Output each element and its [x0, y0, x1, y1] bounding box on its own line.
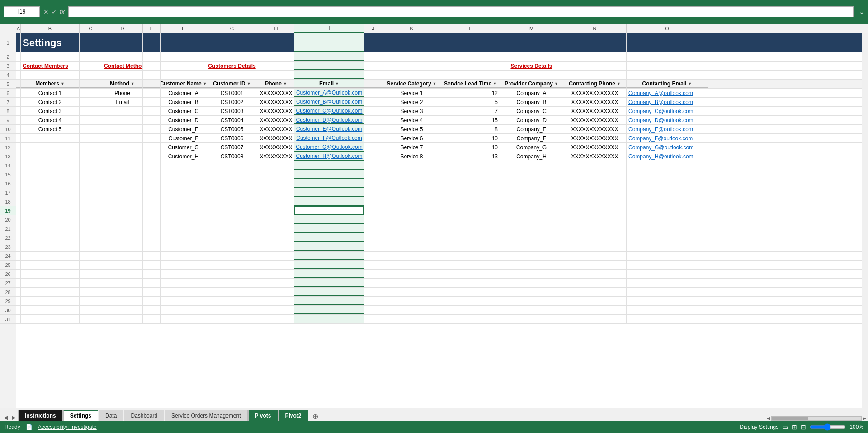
cell-g7-custid[interactable]: CST0002	[206, 98, 258, 106]
cell-b5-members-header[interactable]: Members ▼	[21, 80, 80, 88]
cell-j25[interactable]	[364, 261, 382, 269]
cell-c9[interactable]	[80, 116, 102, 124]
cell-j12[interactable]	[364, 143, 382, 152]
cell-d19[interactable]	[102, 206, 143, 215]
cell-f30[interactable]	[161, 306, 206, 314]
cell-a10[interactable]	[16, 125, 21, 133]
cell-c14[interactable]	[80, 161, 102, 170]
cell-k23[interactable]	[382, 242, 441, 251]
cell-h16[interactable]	[258, 179, 294, 188]
cell-i3[interactable]	[294, 62, 364, 70]
cell-m17[interactable]	[500, 188, 563, 197]
svc-email-link-9[interactable]: Company_D@outlook.com	[628, 117, 693, 124]
cell-o25[interactable]	[627, 261, 708, 269]
cell-n22[interactable]	[563, 233, 627, 242]
cell-k16[interactable]	[382, 179, 441, 188]
cell-g10-custid[interactable]: CST0005	[206, 125, 258, 133]
cell-j28[interactable]	[364, 288, 382, 296]
cell-m27[interactable]	[500, 279, 563, 287]
cell-d29[interactable]	[102, 297, 143, 305]
cell-j26[interactable]	[364, 270, 382, 278]
cell-k7-svccat[interactable]: Service 2	[382, 98, 441, 106]
row-num-20[interactable]: 20	[0, 215, 16, 224]
cell-o16[interactable]	[627, 179, 708, 188]
email-link-10[interactable]: Customer_E@Outlook.com	[296, 126, 362, 132]
row-num-26[interactable]: 26	[0, 270, 16, 279]
cell-i29[interactable]	[294, 297, 364, 305]
cell-f28[interactable]	[161, 288, 206, 296]
row-num-1[interactable]: 1	[0, 33, 16, 52]
cell-e1[interactable]	[143, 33, 161, 52]
cell-a3[interactable]	[16, 62, 21, 70]
col-header-g[interactable]: G	[206, 24, 258, 33]
cell-c18[interactable]	[80, 197, 102, 206]
cell-j18[interactable]	[364, 197, 382, 206]
cell-d12-method[interactable]	[102, 143, 143, 152]
cell-h10-phone[interactable]: XXXXXXXXX	[258, 125, 294, 133]
cell-f5-custname-header[interactable]: Customer Name ▼	[161, 80, 206, 88]
cell-e8[interactable]	[143, 107, 161, 115]
cell-h28[interactable]	[258, 288, 294, 296]
email-link-6[interactable]: Customer_A@Outlook.com	[296, 90, 362, 96]
cell-b23[interactable]	[21, 242, 80, 251]
cell-d27[interactable]	[102, 279, 143, 287]
cell-g1[interactable]	[206, 33, 258, 52]
svc-email-link-10[interactable]: Company_E@outlook.com	[628, 126, 693, 133]
cell-k4[interactable]	[382, 71, 441, 79]
cell-n16[interactable]	[563, 179, 627, 188]
cell-l27[interactable]	[441, 279, 500, 287]
cell-c4[interactable]	[80, 71, 102, 79]
cell-j21[interactable]	[364, 224, 382, 233]
cell-h31[interactable]	[258, 315, 294, 323]
row-num-4[interactable]: 4	[0, 71, 16, 80]
cell-o17[interactable]	[627, 188, 708, 197]
cell-c21[interactable]	[80, 224, 102, 233]
cell-l17[interactable]	[441, 188, 500, 197]
cell-b6-member[interactable]: Contact 1	[21, 89, 80, 97]
cell-d4[interactable]	[102, 71, 143, 79]
cell-l31[interactable]	[441, 315, 500, 323]
hscroll-right-icon[interactable]: ▶	[863, 416, 866, 421]
cell-k11-svccat[interactable]: Service 6	[382, 134, 441, 142]
cell-l22[interactable]	[441, 233, 500, 242]
formula-input[interactable]	[68, 6, 854, 17]
cell-m13-company[interactable]: Company_H	[500, 152, 563, 161]
cell-e11[interactable]	[143, 134, 161, 142]
cell-f22[interactable]	[161, 233, 206, 242]
cell-b13-member[interactable]	[21, 152, 80, 161]
cell-a6[interactable]	[16, 89, 21, 97]
svc-email-link-13[interactable]: Company_H@outlook.com	[628, 153, 693, 160]
cell-k31[interactable]	[382, 315, 441, 323]
cell-k9-svccat[interactable]: Service 4	[382, 116, 441, 124]
cell-m6-company[interactable]: Company_A	[500, 89, 563, 97]
confirm-icon[interactable]: ✓	[52, 8, 57, 15]
cell-n7-cphone[interactable]: XXXXXXXXXXXXX	[563, 98, 627, 106]
cell-b4[interactable]	[21, 71, 80, 79]
cell-a27[interactable]	[16, 279, 21, 287]
cell-g21[interactable]	[206, 224, 258, 233]
cell-b18[interactable]	[21, 197, 80, 206]
cell-i8-email[interactable]: Customer_C@Outlook.com	[294, 107, 364, 115]
cell-o27[interactable]	[627, 279, 708, 287]
cell-b10-member[interactable]: Contact 5	[21, 125, 80, 133]
cancel-icon[interactable]: ✕	[43, 8, 49, 15]
cell-a19[interactable]	[16, 206, 21, 215]
col-header-f[interactable]: F	[161, 24, 206, 33]
cell-d15[interactable]	[102, 170, 143, 179]
cell-i22[interactable]	[294, 233, 364, 242]
cell-e9[interactable]	[143, 116, 161, 124]
cell-a23[interactable]	[16, 242, 21, 251]
row-num-9[interactable]: 9	[0, 116, 16, 125]
cell-m21[interactable]	[500, 224, 563, 233]
cell-k3[interactable]	[382, 62, 441, 70]
cell-g18[interactable]	[206, 197, 258, 206]
cell-e26[interactable]	[143, 270, 161, 278]
cell-i1[interactable]	[294, 33, 364, 52]
cell-l15[interactable]	[441, 170, 500, 179]
cell-k5-svccat-header[interactable]: Service Category ▼	[382, 80, 441, 88]
row-num-8[interactable]: 8	[0, 107, 16, 116]
cell-n8-cphone[interactable]: XXXXXXXXXXXXX	[563, 107, 627, 115]
cell-j10[interactable]	[364, 125, 382, 133]
cell-reference[interactable]: I19	[4, 6, 40, 17]
cell-o5-cemail-header[interactable]: Contacting Email ▼	[627, 80, 708, 88]
